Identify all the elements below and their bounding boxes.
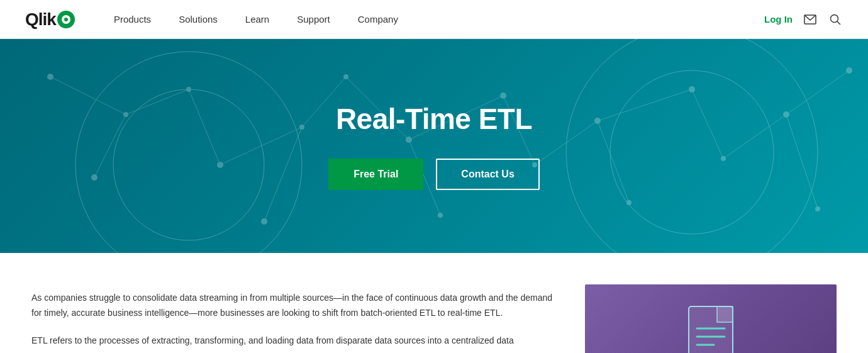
- nav-item-products[interactable]: Products: [100, 0, 165, 39]
- hero-title: Real-Time ETL: [328, 102, 540, 136]
- svg-line-26: [50, 77, 126, 115]
- svg-point-1: [831, 14, 838, 22]
- envelope-icon[interactable]: [803, 12, 818, 27]
- content-para-2: ETL refers to the processes of extractin…: [31, 333, 560, 349]
- svg-line-32: [264, 127, 302, 221]
- logo-text: Qlik: [25, 9, 56, 30]
- svg-line-40: [692, 89, 723, 159]
- logo-icon: [57, 11, 75, 28]
- nav-item-support[interactable]: Support: [283, 0, 344, 39]
- login-button[interactable]: Log In: [764, 14, 793, 25]
- logo-icon-inner: [62, 15, 70, 24]
- logo[interactable]: Qlik: [25, 9, 75, 30]
- svg-line-42: [786, 115, 818, 209]
- svg-point-22: [75, 52, 302, 253]
- svg-line-2: [837, 21, 840, 25]
- nav-item-solutions[interactable]: Solutions: [165, 0, 231, 39]
- svg-line-29: [189, 89, 220, 165]
- svg-line-28: [126, 89, 189, 115]
- content-section: As companies struggle to consolidate dat…: [0, 253, 868, 353]
- svg-point-25: [610, 70, 774, 234]
- svg-line-27: [94, 115, 126, 177]
- free-trial-button[interactable]: Free Trial: [328, 159, 423, 190]
- svg-line-41: [723, 115, 786, 159]
- contact-us-button[interactable]: Contact Us: [436, 159, 539, 190]
- nav-item-learn[interactable]: Learn: [231, 0, 283, 39]
- svg-line-38: [598, 121, 629, 203]
- nav-item-company[interactable]: Company: [344, 0, 412, 39]
- svg-line-39: [598, 89, 692, 121]
- content-para-1: As companies struggle to consolidate dat…: [31, 291, 560, 321]
- svg-line-30: [220, 127, 302, 165]
- hero-section: Real-Time ETL Free Trial Contact Us: [0, 39, 868, 253]
- search-icon[interactable]: [828, 12, 843, 27]
- header: Qlik Products Solutions Learn Support Co…: [0, 0, 868, 39]
- svg-line-43: [786, 70, 849, 115]
- header-actions: Log In: [764, 12, 843, 27]
- content-image: [585, 284, 837, 353]
- svg-point-24: [566, 39, 818, 253]
- main-nav: Products Solutions Learn Support Company: [100, 0, 764, 39]
- hero-content: Real-Time ETL Free Trial Contact Us: [328, 102, 540, 190]
- content-text: As companies struggle to consolidate dat…: [31, 284, 560, 353]
- svg-point-23: [113, 89, 264, 240]
- hero-buttons: Free Trial Contact Us: [328, 159, 540, 190]
